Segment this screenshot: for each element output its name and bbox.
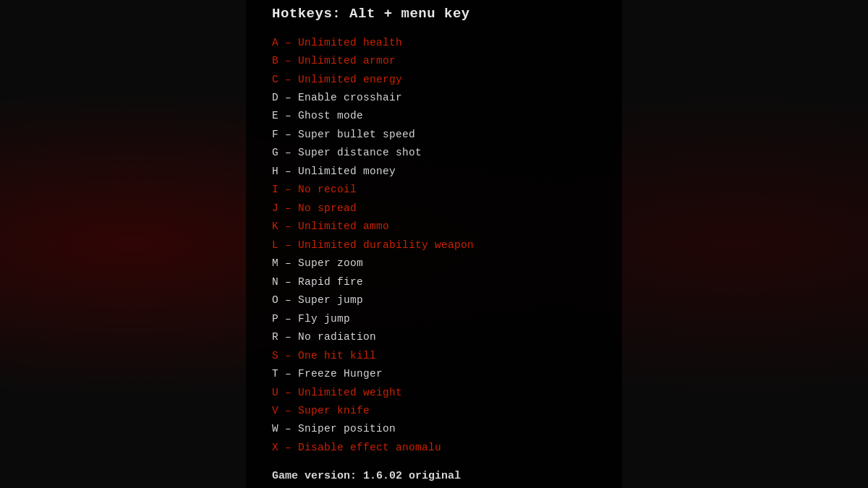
hotkeys-panel: Hotkeys: Alt + menu key A – Unlimited he… <box>246 0 622 488</box>
hotkey-item: L – Unlimited durability weapon <box>272 237 596 253</box>
hotkey-item: A – Unlimited health <box>272 35 596 51</box>
hotkey-item: J – No spread <box>272 200 596 216</box>
hotkey-list: A – Unlimited healthB – Unlimited armorC… <box>272 35 596 456</box>
hotkey-item: O – Super jump <box>272 292 596 308</box>
hotkey-item: U – Unlimited weight <box>272 385 596 401</box>
version-text: Game version: 1.6.02 original <box>272 470 596 482</box>
hotkey-item: B – Unlimited armor <box>272 53 596 69</box>
hotkey-item: N – Rapid fire <box>272 274 596 290</box>
hotkey-item: W – Sniper position <box>272 421 596 437</box>
hotkey-item: D – Enable crosshair <box>272 90 596 106</box>
panel-title: Hotkeys: Alt + menu key <box>272 6 596 22</box>
hotkey-item: K – Unlimited ammo <box>272 218 596 234</box>
hotkey-item: T – Freeze Hunger <box>272 366 596 382</box>
hotkey-item: G – Super distance shot <box>272 145 596 160</box>
hotkey-item: X – Disable effect anomalu <box>272 440 596 455</box>
hotkey-item: C – Unlimited energy <box>272 72 596 87</box>
hotkey-item: F – Super bullet speed <box>272 127 596 142</box>
hotkey-item: V – Super knife <box>272 403 596 419</box>
hotkey-item: R – No radiation <box>272 329 596 345</box>
hotkey-item: I – No recoil <box>272 181 596 197</box>
hotkey-item: M – Super zoom <box>272 255 596 271</box>
hotkey-item: H – Unlimited money <box>272 163 596 179</box>
hotkey-item: S – One hit kill <box>272 348 596 364</box>
hotkey-item: E – Ghost mode <box>272 108 596 124</box>
hotkey-item: P – Fly jump <box>272 311 596 327</box>
